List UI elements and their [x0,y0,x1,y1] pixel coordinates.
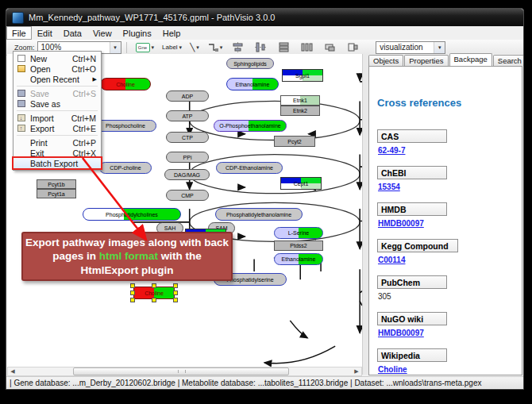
file-menu-item-exit[interactable]: ExitCtrl+X [13,148,101,158]
selection-handle[interactable] [173,290,178,295]
file-menu-item-import[interactable]: ↓ImportCtrl+M [13,113,101,123]
pathway-node-etnk2[interactable]: Etnk2 [280,106,320,116]
file-menu-item-open[interactable]: OpenCtrl+O [13,63,101,74]
file-menu-item-save-as[interactable]: Save as [13,98,101,109]
align-center-x-button[interactable] [232,42,244,52]
pathway-node-l-serine[interactable]: L-Serine [274,227,323,239]
file-menu-item-open-recent[interactable]: Open Recent▶ [13,74,101,84]
menubar-item-data[interactable]: Data [58,26,87,40]
pathway-node-dag-mag[interactable]: DAG/MAG [164,169,210,180]
connector-tool-button[interactable]: ▾ [205,40,226,55]
pathway-node-cdp-ethanolamine[interactable]: CDP-Ethanolamine [216,162,283,174]
callout-line: HtmlExport plugin [81,264,174,278]
scroll-left-icon[interactable]: ◀ [8,367,17,375]
xref-value-chebi[interactable]: 15354 [378,183,400,191]
visualization-combobox[interactable]: visualization ▾ [376,41,445,54]
pathway-node-cdp-choline[interactable]: CDP-choline [99,162,152,174]
stack-columns-icon [301,42,313,52]
scrollbar-thumb[interactable] [73,367,289,375]
menu-item-label: Save as [30,99,60,109]
pathway-node-adp[interactable]: ADP [166,90,209,102]
pathway-node-pcyt2[interactable]: Pcyt2 [274,136,315,147]
chevron-down-icon[interactable]: ▾ [152,44,155,51]
pathway-node-phosphatidylcholines[interactable]: Phosphatidylcholines [83,208,181,221]
pathway-node-phosphatidylethanolamine[interactable]: Phosphatidylethanolamine [215,208,303,221]
line-tool-icon: ╲ [190,43,195,52]
reaction-loop [190,155,360,194]
callout-text: pages in [52,250,99,262]
xref-value-kegg-compound[interactable]: C00114 [378,256,405,264]
stack-columns-button[interactable] [301,42,313,52]
file-menu-item-batch-export[interactable]: Batch Export [13,158,101,168]
xref-header-pubchem: PubChem [377,275,447,289]
pathway-node-etnk1[interactable]: Etnk1 [280,95,320,106]
pathway-node-atp[interactable]: ATP [166,110,209,121]
horizontal-scrollbar[interactable]: ◀ ▶ [7,367,362,376]
file-menu-item-save[interactable]: SaveCtrl+S [13,88,101,98]
scale-icon [347,42,359,52]
selection-handle[interactable] [152,298,156,302]
pathway-node-cmp[interactable]: CMP [166,190,209,201]
file-menu-item-export[interactable]: ↑ExportCtrl+E [13,123,101,133]
pathway-node-sgpl1[interactable]: Sgpl1 [282,69,323,82]
stack-rows-button[interactable] [278,42,290,52]
selection-handle[interactable] [130,283,135,288]
save-as-disk-icon [17,100,25,107]
selection-handle[interactable] [130,290,135,295]
xref-value-nugo-wiki[interactable]: HMDB00097 [378,329,424,337]
chevron-down-icon[interactable]: ▾ [220,44,223,51]
title-bar[interactable]: Mm_Kennedy_pathway_WP1771_45176.gpml - P… [6,9,523,26]
menu-item-label: Batch Export [30,159,78,168]
pathway-node-sphingolipids[interactable]: Sphingolipids [226,58,274,69]
menu-separator [17,86,98,87]
pathway-node-ctp[interactable]: CTP [166,132,209,143]
pathway-node-o-phosphoethanolamine[interactable]: O-Phosphoethanolamine [214,120,287,132]
tab-search[interactable]: Search [493,55,524,66]
stack-rows-icon [278,42,290,52]
tab-properties[interactable]: Properties [404,55,448,66]
chevron-down-icon[interactable]: ▾ [179,44,183,51]
gene-product-tool-button[interactable]: Gne ▾ [133,40,157,55]
pathway-node-choline[interactable]: Choline [100,78,151,90]
chevron-down-icon[interactable]: ▾ [196,44,199,51]
file-menu-item-new[interactable]: NewCtrl+N [13,53,101,63]
chevron-down-icon[interactable]: ▾ [110,42,121,53]
common-size-button[interactable] [324,42,336,52]
pathway-node-phosphocholine[interactable]: Phosphocholine [94,120,156,132]
menubar-item-view[interactable]: View [87,26,118,40]
selection-handle[interactable] [130,298,135,302]
menubar-item-edit[interactable]: Edit [32,26,58,40]
chevron-down-icon[interactable]: ▾ [434,42,445,53]
selection-handle[interactable] [173,298,178,302]
pathway-node-ethanolamine[interactable]: Ethanolamine [226,78,279,90]
new-document-icon [17,55,25,62]
menu-item-label: Export [30,124,54,133]
selection-handle[interactable] [173,283,178,288]
tab-backpage[interactable]: Backpage [449,53,492,66]
tab-objects[interactable]: Objects [368,55,403,66]
menubar-item-plugins[interactable]: Plugins [118,26,157,40]
menu-item-shortcut: Ctrl+P [73,138,98,148]
side-panel: ObjectsPropertiesBackpageSearchLegend Cr… [368,54,522,375]
xref-value-cas[interactable]: 62-49-7 [378,146,405,155]
selection-handle[interactable] [152,283,156,288]
menubar-item-help[interactable]: Help [157,26,187,40]
import-icon: ↓ [17,114,25,121]
scroll-right-icon[interactable]: ▶ [352,367,361,375]
line-tool-button[interactable]: ╲ ▾ [187,40,202,55]
pathway-node-pcyt1b[interactable]: Pcyt1b [37,179,76,189]
xref-header-hmdb: HMDB [377,202,447,216]
open-folder-icon [17,65,25,72]
pathway-node-ptdss2[interactable]: Ptdss2 [274,240,323,251]
xref-value-hmdb[interactable]: HMDB00097 [378,219,424,228]
align-center-y-button[interactable] [255,42,267,52]
menubar-item-file[interactable]: File [6,26,32,40]
scale-button[interactable] [347,42,359,52]
pathway-node-ethanolamine[interactable]: Ethanolamine [274,253,323,265]
pathway-node-ppi[interactable]: PPi [166,152,209,163]
file-menu-item-print[interactable]: PrintCtrl+P [13,137,101,148]
pathway-node-cept1[interactable]: Cept1 [280,177,322,190]
pathway-node-pcyt1a[interactable]: Pcyt1a [37,189,76,198]
xref-value-wikipedia[interactable]: Choline [378,365,407,374]
label-tool-button[interactable]: Label ▾ [160,40,184,55]
